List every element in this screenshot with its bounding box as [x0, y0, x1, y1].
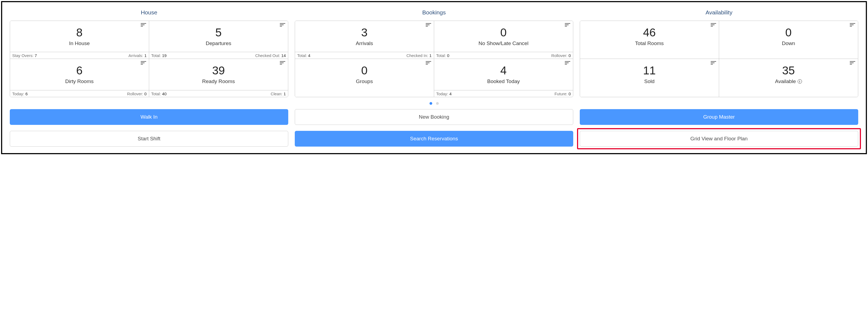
card-in-house[interactable]: 8 In House Stay Overs: 7 Arrivals: 1	[10, 21, 149, 59]
card-label: Booked Today	[487, 78, 520, 85]
search-reservations-button[interactable]: Search Reservations	[295, 131, 573, 146]
svg-rect-27	[850, 23, 855, 24]
sort-icon[interactable]	[426, 23, 431, 27]
sort-icon[interactable]	[711, 23, 716, 27]
card-label: Down	[782, 40, 795, 46]
card-value: 3	[361, 27, 368, 38]
svg-rect-11	[280, 64, 282, 65]
card-label: Ready Rooms	[202, 78, 235, 85]
card-label: Total Rooms	[635, 40, 664, 46]
card-footer: Total: 19 Checked Out: 14	[149, 52, 288, 59]
card-value: 5	[215, 27, 222, 38]
svg-rect-31	[711, 62, 714, 63]
card-ready-rooms[interactable]: 39 Ready Rooms Total: 40 Clean: 1	[149, 59, 288, 97]
card-down[interactable]: 0 Down	[719, 21, 858, 59]
sort-icon[interactable]	[141, 23, 146, 27]
card-value: 0	[500, 27, 507, 38]
card-footer: Total: 4 Checked In: 1	[295, 52, 434, 59]
card-label: Available i	[775, 78, 802, 85]
svg-rect-14	[426, 26, 428, 27]
card-value: 46	[643, 27, 656, 38]
svg-rect-34	[850, 62, 854, 63]
card-label: Groups	[356, 78, 373, 85]
card-footer: Today: 4 Future: 0	[434, 90, 573, 97]
button-row-2: Start Shift Search Reservations Grid Vie…	[10, 131, 858, 146]
card-value: 6	[76, 65, 83, 76]
sort-icon[interactable]	[141, 61, 146, 65]
card-label: Departures	[206, 40, 231, 46]
sort-icon[interactable]	[280, 61, 285, 65]
card-label: Arrivals	[356, 40, 373, 46]
svg-rect-1	[141, 25, 145, 25]
svg-rect-30	[711, 61, 716, 62]
info-icon[interactable]: i	[798, 79, 802, 84]
svg-rect-7	[141, 62, 145, 63]
card-label: Dirty Rooms	[65, 78, 94, 85]
svg-rect-6	[141, 61, 146, 62]
card-total-rooms[interactable]: 46 Total Rooms	[580, 21, 719, 59]
availability-title: Availability	[580, 7, 858, 21]
card-value: 39	[212, 65, 225, 76]
card-value: 8	[76, 27, 83, 38]
bookings-section: Bookings 3 Arrivals Total: 4 Checked In:…	[295, 7, 573, 97]
card-no-show[interactable]: 0 No Show/Late Cancel Total: 0 Rollover:…	[434, 21, 573, 59]
sort-icon[interactable]	[850, 23, 855, 27]
svg-rect-5	[280, 26, 282, 27]
svg-rect-8	[141, 64, 143, 65]
svg-rect-17	[565, 26, 567, 27]
svg-rect-10	[280, 62, 284, 63]
svg-rect-0	[141, 23, 146, 24]
sort-icon[interactable]	[565, 23, 570, 27]
bookings-card-grid: 3 Arrivals Total: 4 Checked In: 1 0 No S…	[295, 21, 573, 97]
svg-rect-13	[426, 25, 430, 25]
svg-rect-26	[711, 26, 713, 27]
svg-rect-19	[426, 62, 430, 63]
svg-rect-22	[565, 62, 569, 63]
card-footer: Total: 40 Clean: 1	[149, 90, 288, 97]
svg-rect-12	[426, 23, 431, 24]
svg-rect-35	[850, 64, 852, 65]
card-dirty-rooms[interactable]: 6 Dirty Rooms Today: 6 Rollover: 0	[10, 59, 149, 97]
pager-dot-1[interactable]	[430, 102, 432, 105]
card-available[interactable]: 35 Available i	[719, 59, 858, 97]
sort-icon[interactable]	[565, 61, 570, 65]
card-departures[interactable]: 5 Departures Total: 19 Checked Out: 14	[149, 21, 288, 59]
card-sold[interactable]: 11 Sold	[580, 59, 719, 97]
sort-icon[interactable]	[850, 61, 855, 65]
card-label: No Show/Late Cancel	[478, 40, 528, 46]
availability-section: Availability 46 Total Rooms 0 Down 11 So…	[580, 7, 858, 97]
dashboard-frame: House 8 In House Stay Overs: 7 Arrivals:…	[1, 1, 867, 154]
sort-icon[interactable]	[280, 23, 285, 27]
start-shift-button[interactable]: Start Shift	[10, 131, 288, 146]
svg-rect-23	[565, 64, 567, 65]
house-title: House	[10, 7, 288, 21]
svg-rect-3	[280, 23, 285, 24]
svg-rect-20	[426, 64, 428, 65]
dashboard-columns: House 8 In House Stay Overs: 7 Arrivals:…	[10, 7, 858, 97]
grid-view-button[interactable]: Grid View and Floor Plan	[580, 131, 858, 146]
sort-icon[interactable]	[711, 61, 716, 65]
availability-card-grid: 46 Total Rooms 0 Down 11 Sold 35	[580, 21, 858, 97]
card-footer: Stay Overs: 7 Arrivals: 1	[10, 52, 149, 59]
card-value: 11	[643, 65, 656, 76]
card-booked-today[interactable]: 4 Booked Today Today: 4 Future: 0	[434, 59, 573, 97]
svg-rect-29	[850, 26, 852, 27]
svg-rect-18	[426, 61, 431, 62]
house-section: House 8 In House Stay Overs: 7 Arrivals:…	[10, 7, 288, 97]
svg-rect-28	[850, 25, 854, 25]
card-groups[interactable]: 0 Groups	[295, 59, 434, 97]
card-value: 35	[782, 65, 795, 76]
pager	[10, 97, 858, 107]
bookings-title: Bookings	[295, 7, 573, 21]
sort-icon[interactable]	[426, 61, 431, 65]
walk-in-button[interactable]: Walk In	[10, 109, 288, 125]
svg-rect-24	[711, 23, 716, 24]
card-arrivals[interactable]: 3 Arrivals Total: 4 Checked In: 1	[295, 21, 434, 59]
card-value: 0	[785, 27, 792, 38]
grid-view-highlight: Grid View and Floor Plan	[577, 128, 861, 149]
new-booking-button[interactable]: New Booking	[295, 109, 573, 125]
pager-dot-2[interactable]	[436, 102, 439, 105]
group-master-button[interactable]: Group Master	[580, 109, 858, 125]
card-footer: Total: 0 Rollover: 0	[434, 52, 573, 59]
svg-rect-16	[565, 25, 569, 25]
